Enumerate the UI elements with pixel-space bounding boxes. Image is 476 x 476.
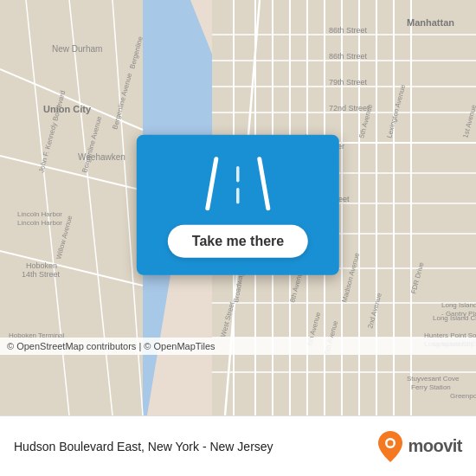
footer: Hudson Boulevard East, New York - New Je… bbox=[0, 415, 476, 476]
svg-text:Ferry Station: Ferry Station bbox=[411, 383, 451, 391]
map-attribution: © OpenStreetMap contributors | © OpenMap… bbox=[0, 338, 476, 355]
svg-text:72nd Street: 72nd Street bbox=[329, 104, 370, 113]
moovit-pin-icon bbox=[378, 431, 402, 462]
svg-text:New Durham: New Durham bbox=[52, 44, 102, 54]
moovit-logo: moovit bbox=[378, 431, 462, 462]
svg-text:Lincoln Harbor: Lincoln Harbor bbox=[17, 219, 62, 227]
svg-text:14th Street: 14th Street bbox=[22, 270, 61, 279]
svg-text:Long Island City: Long Island City bbox=[441, 301, 476, 309]
svg-text:Hoboken: Hoboken bbox=[26, 261, 57, 270]
svg-text:Lincoln Harbor: Lincoln Harbor bbox=[17, 210, 62, 218]
location-text: Hudson Boulevard East, New York - New Je… bbox=[14, 440, 273, 453]
svg-line-83 bbox=[208, 159, 216, 209]
svg-text:86th Street: 86th Street bbox=[329, 26, 368, 35]
svg-text:Stuyvesant Cove: Stuyvesant Cove bbox=[407, 375, 460, 383]
road-icon bbox=[203, 159, 273, 211]
svg-text:Union City: Union City bbox=[43, 104, 92, 114]
map-container: 86th Street 86th Street 79th Street 72nd… bbox=[0, 0, 476, 415]
svg-line-84 bbox=[260, 159, 268, 209]
svg-text:Greenpoint: Greenpoint bbox=[450, 392, 476, 400]
svg-text:Manhattan: Manhattan bbox=[407, 17, 454, 28]
svg-point-88 bbox=[388, 440, 394, 446]
svg-text:79th Street: 79th Street bbox=[329, 78, 368, 87]
navigation-overlay: Take me there bbox=[137, 135, 339, 275]
take-me-there-button[interactable]: Take me there bbox=[168, 225, 308, 258]
moovit-brand-text: moovit bbox=[408, 436, 462, 456]
svg-text:86th Street: 86th Street bbox=[329, 52, 368, 61]
svg-text:- Gantry Plaza: - Gantry Plaza bbox=[441, 310, 476, 318]
